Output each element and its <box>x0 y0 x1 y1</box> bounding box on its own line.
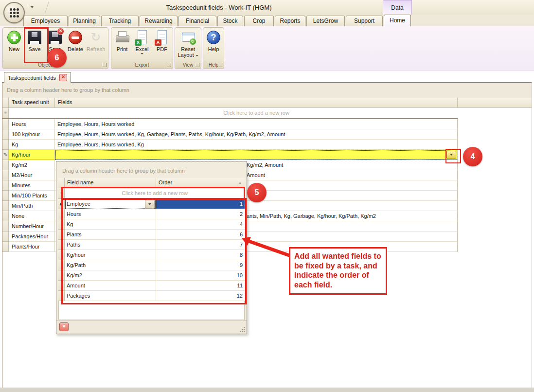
combo-dropdown-button[interactable] <box>145 200 155 209</box>
cell-task-speed-unit[interactable]: Min/100 Plants <box>9 191 55 201</box>
cell-fields[interactable]: Employee, Hours, Hours worked, Kg <box>55 140 458 150</box>
cell-filler <box>458 129 532 140</box>
tab-tracking[interactable]: Tracking <box>101 16 139 26</box>
tab-crop[interactable]: Crop <box>244 16 274 26</box>
cell-task-speed-unit[interactable]: M2/Hour <box>9 170 55 180</box>
dialog-launcher-icon[interactable] <box>102 63 107 67</box>
tab-letsgrow[interactable]: LetsGrow <box>306 16 345 26</box>
list-item[interactable]: Hours 2 <box>58 209 245 219</box>
close-tab-icon[interactable] <box>59 74 67 81</box>
cell-task-speed-unit[interactable]: Plants/Hour <box>9 242 55 252</box>
cell-field-name[interactable]: Packages <box>65 291 156 301</box>
tab-stock[interactable]: Stock <box>217 16 243 26</box>
cell-order[interactable]: 7 <box>156 240 245 250</box>
resize-grip[interactable] <box>244 331 245 332</box>
app-menu-button[interactable] <box>3 2 25 23</box>
popup-new-row-band[interactable]: Click here to add a new row <box>58 188 245 199</box>
cell-order[interactable]: 8 <box>156 250 245 260</box>
cell-fields-text: Employee, Hours, Hours worked <box>55 119 457 129</box>
cell-order[interactable]: 6 <box>156 230 245 240</box>
tab-home[interactable]: Home <box>384 15 411 26</box>
table-row[interactable]: Hours Employee, Hours, Hours worked <box>2 119 532 129</box>
cell-order[interactable]: 2 <box>156 209 245 219</box>
reset-layout-button-label: Reset Layout <box>178 46 195 58</box>
refresh-button: Refresh <box>86 29 106 52</box>
popup-header-field-name[interactable]: Field name <box>65 178 156 188</box>
grid-new-row-band[interactable]: Click here to add a new row <box>2 108 532 118</box>
cell-task-speed-unit[interactable]: Kg/m2 <box>9 160 55 170</box>
contextual-tab-group-data[interactable]: Data <box>383 0 412 15</box>
dialog-launcher-icon[interactable] <box>195 63 199 67</box>
cell-task-speed-unit[interactable]: Number/Hour <box>9 221 55 232</box>
dialog-launcher-icon[interactable] <box>218 63 222 67</box>
cell-task-speed-unit[interactable]: Packages/Hour <box>9 232 55 242</box>
tab-support[interactable]: Support <box>346 16 383 26</box>
pdf-button[interactable]: PDF <box>152 29 172 54</box>
cell-field-name[interactable]: Amount <box>65 281 156 291</box>
list-item[interactable]: Kg/hour 8 <box>58 250 245 260</box>
table-row-editing[interactable]: Kg/hour <box>2 150 532 160</box>
cell-fields[interactable]: Employee, Hours, Hours worked, Kg, Garba… <box>55 129 458 140</box>
list-item[interactable]: Kg/Path 9 <box>58 260 245 270</box>
cell-fields-editing[interactable] <box>55 150 458 160</box>
table-row[interactable]: Kg Employee, Hours, Hours worked, Kg <box>2 140 532 150</box>
cell-task-speed-unit[interactable]: Hours <box>9 119 55 129</box>
cell-task-speed-unit[interactable]: 100 kg/hour <box>9 129 55 140</box>
cell-task-speed-unit[interactable]: None <box>9 211 55 221</box>
grid-header-task-speed-unit[interactable]: Task speed unit <box>9 98 55 108</box>
popup-bottom-bar <box>56 320 247 334</box>
cell-field-name[interactable]: Plants <box>65 230 156 240</box>
tab-planning[interactable]: Planning <box>69 16 100 26</box>
popup-new-row-hint: Click here to add a new row <box>65 188 245 198</box>
cell-field-name[interactable]: Kg/hour <box>65 250 156 260</box>
field-name-combobox[interactable]: Employee <box>65 199 156 209</box>
cell-field-name[interactable]: Kg <box>65 219 156 230</box>
tab-rewarding[interactable]: Rewarding <box>140 16 178 26</box>
cell-filler <box>458 170 532 180</box>
fields-dropdown-button[interactable] <box>446 151 456 159</box>
close-popup-button[interactable] <box>59 322 69 331</box>
cell-order[interactable]: 11 <box>156 281 245 291</box>
cell-order[interactable]: 4 <box>156 219 245 230</box>
list-item[interactable]: Plants 6 <box>58 230 245 240</box>
cell-field-name[interactable]: Kg/m2 <box>65 270 156 281</box>
cell-field-name[interactable]: Hours <box>65 209 156 219</box>
row-indicator <box>58 291 65 301</box>
delete-button[interactable]: Delete <box>65 29 86 52</box>
print-button[interactable]: Print <box>112 29 132 54</box>
popup-group-by-bar[interactable]: Drag a column header here to group by th… <box>58 164 245 177</box>
tab-reports[interactable]: Reports <box>275 16 305 26</box>
list-item[interactable]: Employee 1 <box>58 199 245 209</box>
new-button[interactable]: New <box>4 29 24 52</box>
cell-order-selected[interactable]: 1 <box>156 199 245 209</box>
list-item[interactable]: Kg/m2 10 <box>58 270 245 281</box>
cell-order[interactable]: 12 <box>156 291 245 301</box>
reset-layout-button[interactable]: Reset Layout <box>176 29 200 58</box>
row-indicator <box>2 129 9 140</box>
cell-task-speed-unit[interactable]: Min/Path <box>9 201 55 211</box>
row-indicator <box>58 240 65 250</box>
cell-fields[interactable]: Employee, Hours, Hours worked <box>55 119 458 129</box>
list-item[interactable]: Amount 11 <box>58 281 245 291</box>
group-by-bar[interactable]: Drag a column header here to group by th… <box>2 83 532 98</box>
list-item[interactable]: Kg 4 <box>58 219 245 230</box>
tab-financial[interactable]: Financial <box>178 16 216 26</box>
cell-field-name[interactable]: Paths <box>65 240 156 250</box>
cell-order[interactable]: 10 <box>156 270 245 281</box>
cell-order[interactable]: 9 <box>156 260 245 270</box>
excel-button[interactable]: Excel <box>132 29 152 54</box>
table-row[interactable]: 100 kg/hour Employee, Hours, Hours worke… <box>2 129 532 140</box>
grid-header-fields[interactable]: Fields <box>55 98 458 108</box>
cell-task-speed-unit[interactable]: Kg <box>9 140 55 150</box>
cell-field-name[interactable]: Kg/Path <box>65 260 156 270</box>
cell-task-speed-unit[interactable]: Kg/hour <box>9 150 55 160</box>
dialog-launcher-icon[interactable] <box>167 63 171 67</box>
popup-header-order[interactable]: Order <box>156 178 245 188</box>
list-item[interactable]: Packages 12 <box>58 291 245 301</box>
cell-task-speed-unit[interactable]: Minutes <box>9 180 55 191</box>
list-item[interactable]: Paths 7 <box>58 240 245 250</box>
help-button[interactable]: Help <box>204 29 223 52</box>
tab-employees[interactable]: Employees <box>23 16 68 26</box>
save-button[interactable]: Save <box>24 29 45 52</box>
document-tab[interactable]: Taskspeedunit fields <box>4 72 71 83</box>
